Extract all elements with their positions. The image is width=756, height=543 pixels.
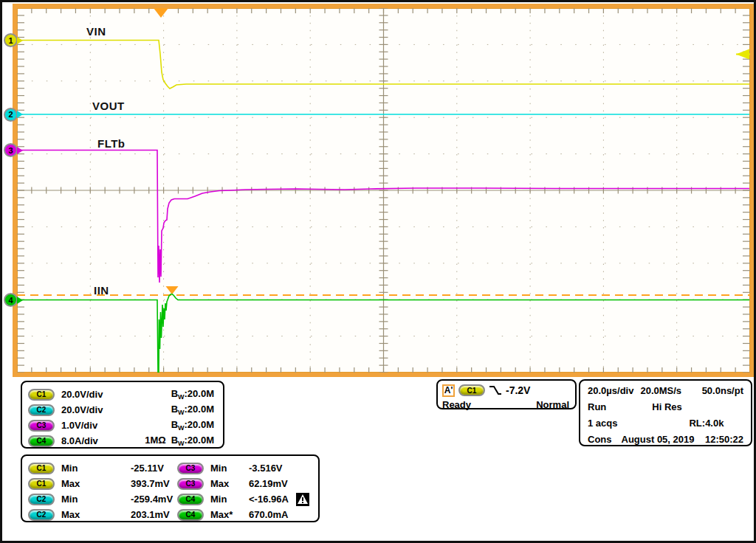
measurement-row: C1 Max 393.7mV — [28, 476, 173, 491]
channel-c4-badge[interactable]: C4 — [28, 435, 55, 447]
sample-resolution: 50.0ns/pt — [702, 385, 743, 396]
channel-marker-3[interactable]: 3 — [4, 143, 27, 157]
channel-c2-scale: 20.0V/div — [61, 404, 103, 415]
channel-setting-row: C1 20.0V/div BW:20.0M — [22, 387, 223, 402]
measurement-row: C3 Min -3.516V — [177, 460, 309, 476]
measurement-row: C4 Max* 670.0mA — [177, 507, 309, 522]
measure-value: -259.4mV — [131, 494, 173, 505]
channel-marker-number: 4 — [4, 293, 18, 307]
label-vout: VOUT — [92, 100, 125, 112]
measure-value: -25.11V — [131, 463, 164, 474]
channel-c4-impedance: 1MΩ — [145, 435, 165, 446]
measurement-row: C4 Min <-16.96A — [177, 491, 309, 507]
channel-marker-arrow-icon — [17, 37, 27, 44]
label-fltb: FLTb — [97, 137, 126, 150]
channel-marker-1[interactable]: 1 — [4, 33, 27, 47]
measure-value: 670.0mA — [249, 509, 288, 520]
measure-name: Min — [61, 494, 131, 505]
warning-icon — [296, 493, 309, 506]
trigger-mode: Normal — [536, 399, 569, 410]
measurement-row: C1 Min -25.11V — [28, 460, 173, 476]
channel-setting-row: C4 8.0A/div 1MΩBW:20.0M — [22, 433, 223, 449]
measure-c2-badge: C2 — [28, 494, 55, 505]
label-iin: IIN — [94, 284, 109, 297]
measure-name: Max — [61, 478, 131, 489]
measurements-box: C1 Min -25.11V C1 Max 393.7mV C2 Min -25… — [21, 454, 320, 522]
channel-marker-arrow-icon — [17, 147, 27, 154]
channel-settings-box: C1 20.0V/div BW:20.0M C2 20.0V/div BW:20… — [21, 381, 224, 449]
measure-c3-badge: C3 — [177, 463, 204, 474]
measure-value: 62.19mV — [249, 478, 288, 489]
channel-c2-badge[interactable]: C2 — [28, 404, 55, 416]
acquisition-mode: Hi Res — [652, 401, 681, 412]
mode-label: Cons — [588, 434, 612, 445]
measure-name: Min — [210, 463, 249, 474]
trigger-level-arrow[interactable] — [736, 49, 749, 60]
trigger-position-marker[interactable] — [154, 8, 168, 18]
trigger-source-badge[interactable]: C1 — [458, 384, 485, 396]
time-label: 12:50:22 — [705, 434, 743, 445]
channel-setting-row: C3 1.0V/div BW:20.0M — [22, 418, 223, 433]
trigger-box: A' C1 -7.2V Ready Normal — [436, 379, 577, 409]
trigger-level-value: -7.2V — [506, 384, 530, 396]
aux-trigger-level-marker[interactable] — [166, 286, 179, 294]
channel-c3-scale: 1.0V/div — [61, 420, 97, 431]
timebase-value: 20.0µs/div — [588, 385, 633, 396]
measurement-row: C2 Min -259.4mV — [28, 491, 173, 507]
measure-name: Min — [61, 463, 131, 474]
measurement-row: C3 Max 62.19mV — [177, 476, 309, 491]
date-label: August 05, 2019 — [622, 434, 695, 445]
measure-name: Max — [61, 509, 131, 520]
trigger-event-badge: A' — [442, 384, 455, 397]
measure-c1-badge: C1 — [28, 463, 55, 474]
measure-c4-badge: C4 — [177, 494, 204, 505]
channel-marker-number: 3 — [4, 143, 18, 157]
measure-value: <-16.96A — [249, 494, 289, 505]
channel-c1-scale: 20.0V/div — [61, 389, 103, 400]
label-vin: VIN — [86, 25, 106, 38]
sample-rate: 20.0MS/s — [640, 385, 681, 396]
measure-value: 393.7mV — [131, 478, 170, 489]
acquisition-count: 1 acqs — [588, 418, 617, 429]
run-state: Run — [588, 401, 606, 412]
measure-value: -3.516V — [249, 463, 283, 474]
measure-c4-badge: C4 — [177, 509, 204, 521]
center-crosshair — [17, 8, 750, 373]
measure-name: Min — [210, 494, 249, 505]
channel-c1-badge[interactable]: C1 — [28, 389, 55, 401]
channel-c4-scale: 8.0A/div — [61, 435, 98, 446]
channel-marker-number: 2 — [4, 108, 18, 122]
measure-name: Max* — [210, 509, 249, 520]
measure-c2-badge: C2 — [28, 509, 55, 521]
channel-c1-bandwidth: BW:20.0M — [171, 388, 214, 401]
channel-marker-2[interactable]: 2 — [4, 108, 27, 122]
channel-marker-arrow-icon — [17, 297, 27, 304]
measure-c1-badge: C1 — [28, 478, 55, 490]
measure-name: Max — [210, 478, 249, 489]
record-length: RL:4.0k — [689, 418, 724, 429]
channel-setting-row: C2 20.0V/div BW:20.0M — [22, 402, 223, 418]
measure-value: 203.1mV — [131, 509, 170, 520]
horizontal-box: 20.0µs/div 20.0MS/s 50.0ns/pt Run Hi Res… — [579, 379, 752, 446]
channel-c3-bandwidth: BW:20.0M — [171, 419, 214, 432]
channel-c4-bandwidth: BW:20.0M — [171, 435, 214, 447]
channel-c3-badge[interactable]: C3 — [28, 420, 55, 432]
falling-edge-icon — [489, 385, 502, 395]
channel-c2-bandwidth: BW:20.0M — [171, 404, 214, 416]
channel-marker-arrow-icon — [17, 111, 27, 118]
channel-marker-number: 1 — [4, 33, 18, 47]
graticule-frame: VINVOUTFLTbIIN — [13, 4, 755, 377]
waveform-display: VINVOUTFLTbIIN — [17, 8, 750, 373]
measurement-row: C2 Max 203.1mV — [28, 507, 173, 522]
trigger-status: Ready — [442, 399, 471, 410]
channel-marker-4[interactable]: 4 — [4, 293, 27, 307]
oscilloscope-screen: VINVOUTFLTbIIN 1234 C1 20.0V/div BW:20.0… — [0, 0, 756, 543]
measure-c3-badge: C3 — [177, 478, 204, 490]
